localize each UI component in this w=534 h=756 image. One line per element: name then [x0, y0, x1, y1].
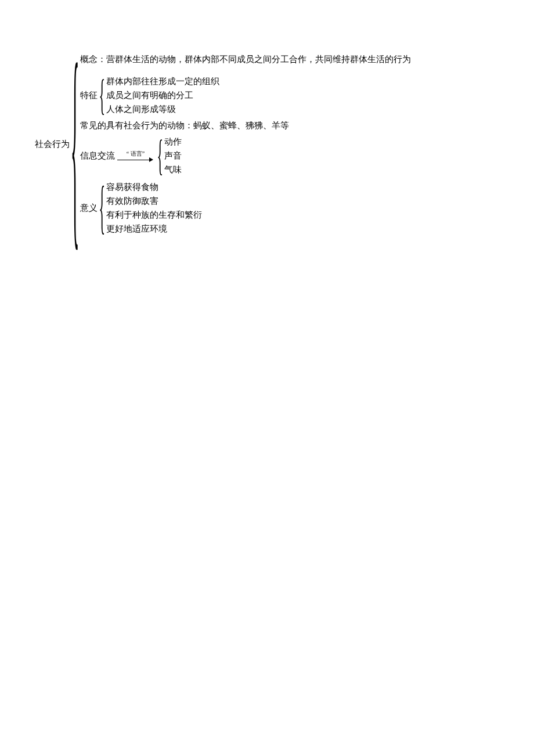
list-item: 群体内部往往形成一定的组织	[106, 74, 219, 88]
significance-row: 意义 { 容易获得食物 有效防御敌害 有利于种族的生存和繁衍 更好地适应环境	[80, 180, 411, 236]
root-row: 社会行为 { 概念：营群体生活的动物，群体内部不同成员之间分工合作，共同维持群体…	[35, 52, 522, 236]
list-item: 声音	[164, 149, 182, 163]
concept-label: 概念：	[80, 55, 106, 64]
arrow-icon: “ 语言”	[115, 149, 156, 162]
communication-row: 信息交流 “ 语言” { 动作 声音 气味	[80, 135, 411, 177]
communication-items: 动作 声音 气味	[164, 135, 182, 177]
concept-row: 概念：营群体生活的动物，群体内部不同成员之间分工合作，共同维持群体生活的行为	[80, 52, 411, 66]
root-label: 社会行为	[35, 137, 70, 151]
list-item: 气味	[164, 163, 182, 177]
brace-icon: {	[156, 134, 164, 178]
brace-icon: {	[70, 31, 80, 257]
brace-icon: {	[98, 178, 106, 237]
list-item: 有效防御敌害	[106, 194, 202, 208]
list-item: 有利于种族的生存和繁衍	[106, 208, 202, 222]
arrow-line	[117, 157, 153, 162]
list-item: 动作	[164, 135, 182, 149]
features-label: 特征	[80, 88, 98, 102]
significance-items: 容易获得食物 有效防御敌害 有利于种族的生存和繁衍 更好地适应环境	[106, 180, 202, 236]
list-item: 人体之间形成等级	[106, 102, 219, 116]
features-row: 特征 { 群体内部往往形成一定的组织 成员之间有明确的分工 人体之间形成等级	[80, 74, 411, 116]
features-items: 群体内部往往形成一定的组织 成员之间有明确的分工 人体之间形成等级	[106, 74, 219, 116]
common-row: 常见的具有社会行为的动物：蚂蚁、蜜蜂、狒狒、羊等	[80, 118, 411, 132]
list-item: 更好地适应环境	[106, 222, 202, 236]
concept-text: 营群体生活的动物，群体内部不同成员之间分工合作，共同维持群体生活的行为	[106, 55, 411, 64]
communication-label: 信息交流	[80, 149, 115, 163]
list-item: 成员之间有明确的分工	[106, 88, 219, 102]
level1-block: 概念：营群体生活的动物，群体内部不同成员之间分工合作，共同维持群体生活的行为 特…	[80, 52, 411, 236]
diagram-page: 社会行为 { 概念：营群体生活的动物，群体内部不同成员之间分工合作，共同维持群体…	[0, 0, 534, 756]
brace-icon: {	[98, 74, 106, 117]
significance-label: 意义	[80, 201, 98, 215]
list-item: 容易获得食物	[106, 180, 202, 194]
